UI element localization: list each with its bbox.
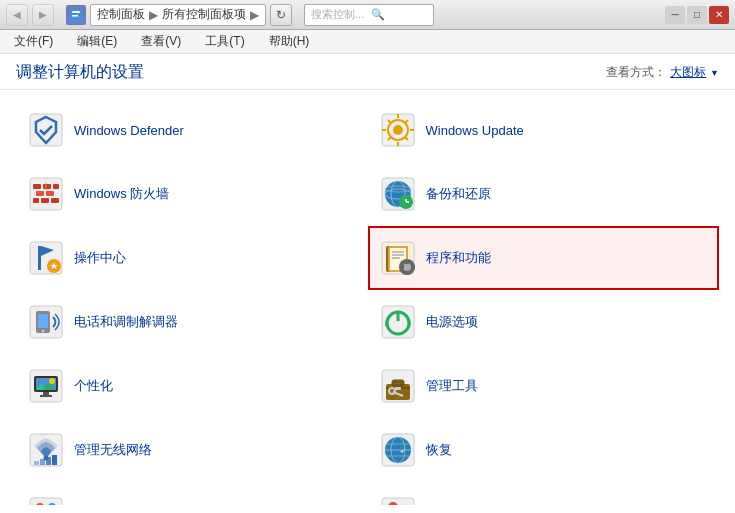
list-item[interactable]: Windows 防火墙: [16, 162, 368, 226]
address-sep2: ▶: [250, 8, 259, 22]
svg-rect-12: [36, 191, 44, 196]
list-item[interactable]: 电源选项: [368, 290, 720, 354]
window-controls: ─ □ ✕: [665, 6, 729, 24]
svg-rect-63: [395, 387, 401, 390]
wireless-network-icon: [26, 430, 66, 470]
admin-tools-icon: [378, 366, 418, 406]
icon-grid-area: Windows Defender Windows Update: [0, 90, 735, 505]
svg-point-55: [49, 378, 55, 384]
windows-defender-label: Windows Defender: [74, 123, 184, 138]
recovery-label: 恢复: [426, 441, 452, 459]
list-item[interactable]: 电话和调制解调器: [16, 290, 368, 354]
recovery-icon: [378, 430, 418, 470]
programs-features-label: 程序和功能: [426, 249, 491, 267]
icon-grid: Windows Defender Windows Update: [16, 98, 719, 505]
svg-rect-10: [43, 184, 51, 189]
search-box[interactable]: 搜索控制... 🔍: [304, 4, 434, 26]
windows-update-icon: [378, 110, 418, 150]
main-content: 调整计算机的设置 查看方式： 大图标 ▼ W: [0, 54, 735, 513]
svg-rect-71: [52, 455, 57, 465]
windows-update-label: Windows Update: [426, 123, 524, 138]
svg-rect-45: [38, 314, 48, 328]
list-item[interactable]: Windows Defender: [16, 98, 368, 162]
menu-tools[interactable]: 工具(T): [201, 31, 248, 52]
content-header: 调整计算机的设置 查看方式： 大图标 ▼: [0, 54, 735, 90]
svg-rect-42: [411, 265, 415, 269]
back-button[interactable]: ◀: [6, 4, 28, 26]
menu-edit[interactable]: 编辑(E): [73, 31, 121, 52]
svg-point-7: [393, 125, 403, 135]
homegroup-icon: [26, 494, 66, 505]
content-wrapper: 调整计算机的设置 查看方式： 大图标 ▼ W: [0, 54, 735, 513]
search-placeholder: 搜索控制...: [311, 7, 367, 22]
view-options: 查看方式： 大图标 ▼: [606, 64, 719, 81]
svg-rect-78: [30, 498, 62, 505]
close-button[interactable]: ✕: [709, 6, 729, 24]
view-value[interactable]: 大图标: [670, 64, 706, 81]
nav-controls: ◀ ▶ 控制面板 ▶ 所有控制面板项 ▶ ↻ 搜索控制... 🔍: [6, 4, 434, 26]
svg-rect-15: [41, 198, 49, 203]
windows-firewall-icon: [26, 174, 66, 214]
list-item[interactable]: 备份和还原: [368, 162, 720, 226]
forward-button[interactable]: ▶: [32, 4, 54, 26]
svg-rect-14: [33, 198, 39, 203]
svg-rect-13: [46, 191, 54, 196]
svg-rect-16: [51, 198, 59, 203]
view-label: 查看方式：: [606, 64, 666, 81]
power-options-label: 电源选项: [426, 313, 478, 331]
svg-rect-41: [400, 265, 404, 269]
list-item[interactable]: 恢复: [368, 418, 720, 482]
backup-restore-icon: [378, 174, 418, 214]
power-options-icon: [378, 302, 418, 342]
address-icon: [66, 5, 86, 25]
windows-firewall-label: Windows 防火墙: [74, 185, 169, 203]
list-item[interactable]: 操作中心: [16, 226, 368, 290]
list-item[interactable]: 管理无线网络: [16, 418, 368, 482]
svg-point-38: [403, 263, 411, 271]
minimize-button[interactable]: ─: [665, 6, 685, 24]
svg-rect-56: [43, 392, 49, 395]
phone-modem-icon: [26, 302, 66, 342]
svg-point-46: [42, 330, 45, 333]
phone-modem-label: 电话和调制解调器: [74, 313, 178, 331]
maximize-button[interactable]: □: [687, 6, 707, 24]
address-part2: 所有控制面板项: [162, 6, 246, 23]
page-title: 调整计算机的设置: [16, 62, 144, 83]
svg-rect-70: [46, 457, 51, 465]
search-icon[interactable]: 🔍: [371, 8, 427, 21]
menu-help[interactable]: 帮助(H): [265, 31, 314, 52]
svg-rect-26: [38, 246, 41, 270]
list-item[interactable]: 家长控制: [368, 482, 720, 505]
title-bar: ◀ ▶ 控制面板 ▶ 所有控制面板项 ▶ ↻ 搜索控制... 🔍 ─ □ ✕: [0, 0, 735, 30]
svg-rect-9: [33, 184, 41, 189]
refresh-button[interactable]: ↻: [270, 4, 292, 26]
personalization-label: 个性化: [74, 377, 113, 395]
svg-rect-1: [72, 11, 80, 13]
list-item[interactable]: Windows Update: [368, 98, 720, 162]
svg-rect-39: [405, 260, 409, 264]
menu-bar: 文件(F) 编辑(E) 查看(V) 工具(T) 帮助(H): [0, 30, 735, 54]
address-bar: 控制面板 ▶ 所有控制面板项 ▶ ↻: [66, 4, 292, 26]
list-item[interactable]: 程序和功能: [368, 226, 720, 290]
menu-view[interactable]: 查看(V): [137, 31, 185, 52]
list-item[interactable]: 家庭组: [16, 482, 368, 505]
svg-rect-40: [405, 271, 409, 275]
svg-rect-82: [382, 498, 414, 505]
windows-defender-icon: [26, 110, 66, 150]
admin-tools-label: 管理工具: [426, 377, 478, 395]
wireless-network-label: 管理无线网络: [74, 441, 152, 459]
address-box[interactable]: 控制面板 ▶ 所有控制面板项 ▶: [90, 4, 266, 26]
list-item[interactable]: 个性化: [16, 354, 368, 418]
menu-file[interactable]: 文件(F): [10, 31, 57, 52]
address-part1: 控制面板: [97, 6, 145, 23]
address-sep: ▶: [149, 8, 158, 22]
view-dropdown-icon[interactable]: ▼: [710, 68, 719, 78]
svg-rect-68: [34, 461, 39, 465]
svg-rect-2: [72, 15, 78, 17]
list-item[interactable]: 管理工具: [368, 354, 720, 418]
action-center-icon: [26, 238, 66, 278]
svg-rect-69: [40, 459, 45, 465]
action-center-label: 操作中心: [74, 249, 126, 267]
backup-restore-label: 备份和还原: [426, 185, 491, 203]
programs-features-icon: [378, 238, 418, 278]
